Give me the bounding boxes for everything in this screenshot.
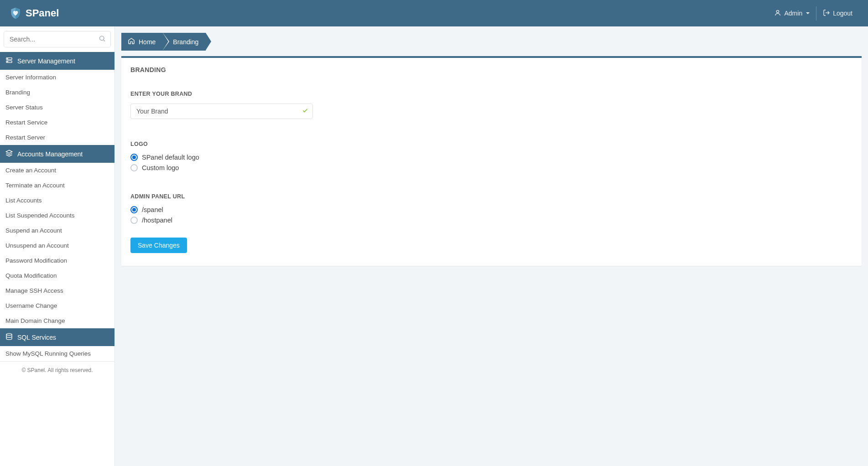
sidebar-section-label: Server Management <box>17 57 75 65</box>
radio-label: SPanel default logo <box>142 154 199 161</box>
sidebar-item-terminate-account[interactable]: Terminate an Account <box>0 178 114 193</box>
logo-section: LOGO SPanel default logo Custom logo <box>130 141 852 171</box>
brand-section: ENTER YOUR BRAND <box>130 91 852 119</box>
sidebar-item-restart-service[interactable]: Restart Service <box>0 115 114 130</box>
svg-point-0 <box>777 10 779 12</box>
home-icon <box>128 37 135 46</box>
user-label: Admin <box>784 10 802 17</box>
sidebar-item-restart-server[interactable]: Restart Server <box>0 130 114 145</box>
url-option-spanel[interactable]: /spanel <box>130 206 852 213</box>
sidebar-section-label: Accounts Management <box>17 150 83 158</box>
logo-section-label: LOGO <box>130 141 852 147</box>
check-icon <box>302 108 308 115</box>
sidebar-item-domain-change[interactable]: Main Domain Change <box>0 313 114 328</box>
radio-label: /spanel <box>142 206 163 213</box>
sidebar-item-mysql-queries[interactable]: Show MySQL Running Queries <box>0 346 114 361</box>
sidebar-section-label: SQL Services <box>17 334 56 341</box>
database-icon <box>5 333 13 342</box>
chevron-down-icon <box>806 12 810 14</box>
sidebar-item-password-mod[interactable]: Password Modification <box>0 253 114 268</box>
radio-label: /hostpanel <box>142 217 172 224</box>
radio-icon <box>130 206 138 213</box>
sidebar-item-quota-mod[interactable]: Quota Modification <box>0 268 114 283</box>
radio-icon <box>130 164 138 171</box>
server-icon <box>5 57 13 65</box>
sidebar-item-ssh-access[interactable]: Manage SSH Access <box>0 283 114 298</box>
topbar: SPanel Admin Logout <box>0 0 868 26</box>
svg-point-7 <box>7 62 8 62</box>
main-content: Home Branding BRANDING ENTER YOUR BRAND <box>115 26 868 466</box>
breadcrumb-current-label: Branding <box>173 38 198 46</box>
search-input[interactable] <box>4 31 110 47</box>
radio-icon <box>130 217 138 224</box>
breadcrumb-home[interactable]: Home <box>121 33 163 51</box>
sidebar-section-server-management[interactable]: Server Management <box>0 52 114 70</box>
brand-section-label: ENTER YOUR BRAND <box>130 91 852 97</box>
sidebar-item-list-accounts[interactable]: List Accounts <box>0 193 114 208</box>
svg-point-6 <box>7 58 8 59</box>
sidebar: Server Management Server Information Bra… <box>0 26 115 466</box>
sidebar-item-list-suspended[interactable]: List Suspended Accounts <box>0 208 114 223</box>
breadcrumb-home-label: Home <box>139 38 156 46</box>
logout-button[interactable]: Logout <box>816 6 859 21</box>
logo-option-default[interactable]: SPanel default logo <box>130 154 852 161</box>
breadcrumb-current[interactable]: Branding <box>163 33 206 51</box>
sidebar-section-accounts-management[interactable]: Accounts Management <box>0 145 114 163</box>
svg-marker-8 <box>6 150 12 153</box>
svg-line-3 <box>104 40 105 41</box>
radio-icon <box>130 154 138 161</box>
copyright: © SPanel. All rights reserved. <box>0 361 114 379</box>
sidebar-item-branding[interactable]: Branding <box>0 85 114 100</box>
sidebar-item-suspend-account[interactable]: Suspend an Account <box>0 223 114 238</box>
sidebar-search[interactable] <box>4 31 111 47</box>
sidebar-item-create-account[interactable]: Create an Account <box>0 163 114 178</box>
save-button[interactable]: Save Changes <box>130 238 187 253</box>
url-option-hostpanel[interactable]: /hostpanel <box>130 217 852 224</box>
layers-icon <box>5 150 13 158</box>
app-logo[interactable]: SPanel <box>9 7 59 20</box>
radio-label: Custom logo <box>142 164 179 171</box>
branding-card: BRANDING ENTER YOUR BRAND LOGO <box>121 56 862 266</box>
brand-input[interactable] <box>130 104 313 119</box>
shield-logo-icon <box>9 7 22 20</box>
search-icon <box>99 35 106 44</box>
sidebar-section-sql-services[interactable]: SQL Services <box>0 328 114 346</box>
url-section: ADMIN PANEL URL /spanel /hostpanel <box>130 193 852 224</box>
topbar-right: Admin Logout <box>768 6 859 21</box>
app-name: SPanel <box>26 7 59 19</box>
user-icon <box>774 9 781 18</box>
url-section-label: ADMIN PANEL URL <box>130 193 852 200</box>
svg-point-9 <box>6 333 12 335</box>
sidebar-item-server-information[interactable]: Server Information <box>0 70 114 85</box>
logo-option-custom[interactable]: Custom logo <box>130 164 852 171</box>
user-menu[interactable]: Admin <box>768 6 816 21</box>
sidebar-item-server-status[interactable]: Server Status <box>0 100 114 115</box>
sidebar-item-unsuspend-account[interactable]: Unsuspend an Account <box>0 238 114 253</box>
breadcrumb: Home Branding <box>121 33 862 51</box>
logout-label: Logout <box>833 10 852 17</box>
logout-icon <box>823 9 830 18</box>
sidebar-item-username-change[interactable]: Username Change <box>0 298 114 313</box>
svg-point-2 <box>100 36 104 40</box>
card-title: BRANDING <box>130 66 852 73</box>
